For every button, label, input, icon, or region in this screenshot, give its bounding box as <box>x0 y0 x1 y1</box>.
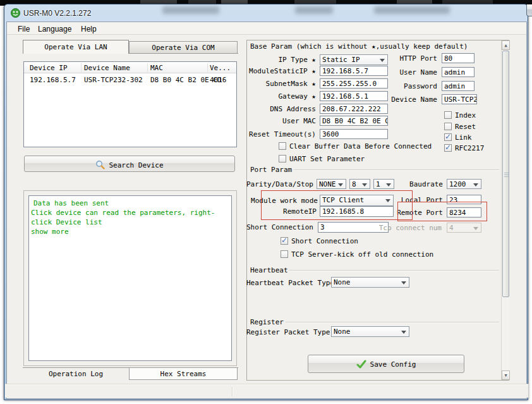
short-connection-checkbox-row[interactable]: Short Connection <box>281 237 358 245</box>
heartbeat-section-title: Heartbeat <box>250 266 288 274</box>
status-bar <box>5 384 528 398</box>
column-divider <box>207 63 208 72</box>
scrollbar-thumb[interactable] <box>502 51 509 297</box>
log-line: Click device can read the parameters, ri… <box>31 208 229 227</box>
device-list: Device IP Device Name MAC Ve... 192.168.… <box>23 61 237 147</box>
parity-select[interactable]: NONE <box>317 179 346 189</box>
column-header-version[interactable]: Ve... <box>210 64 231 72</box>
data-bits-select[interactable]: 8 <box>349 179 370 189</box>
scroll-down-arrow[interactable]: ▼ <box>502 370 510 380</box>
user-name-label: User Name <box>374 68 437 77</box>
ip-type-label: IP Type ★ <box>246 56 316 64</box>
index-checkbox-row[interactable]: Index <box>444 111 476 119</box>
checkbox-label: TCP Server-kick off old connection <box>291 250 433 259</box>
window-title: USR-M0 V2.2.1.272 <box>23 9 91 18</box>
uart-set-checkbox[interactable] <box>279 155 286 162</box>
tab-operate-via-lan[interactable]: Operate Via LAN <box>23 40 129 54</box>
selected-value: None <box>334 327 351 336</box>
cell-device-ip: 192.168.5.7 <box>30 76 76 84</box>
kick-off-checkbox[interactable] <box>281 250 288 258</box>
table-row[interactable]: 192.168.5.7 USR-TCP232-302 D8 B0 4C B2 0… <box>24 74 236 84</box>
checkbox-label: Clear Buffer Data Before Connected <box>289 142 432 150</box>
remote-port-highlight-box <box>397 202 487 221</box>
http-port-field[interactable]: 80 <box>442 53 475 63</box>
dns-address-field[interactable]: 208.67.222.222 <box>320 104 388 114</box>
save-button-label: Save Config <box>370 360 416 369</box>
settings-scrollbar[interactable]: ▲ ▼ <box>501 40 509 380</box>
tcp-connect-num-select: 4 <box>447 223 481 233</box>
dns-address-label: DNS Address <box>246 105 316 113</box>
column-divider <box>147 63 148 72</box>
minimize-button[interactable] <box>526 4 532 16</box>
checkbox-label: UART Set Parameter <box>289 155 365 163</box>
password-field[interactable]: admin <box>442 81 475 91</box>
base-param-section-title: Base Param (which is without ★,usually k… <box>250 42 468 51</box>
tab-operate-via-com[interactable]: Operate Via COM <box>129 41 238 53</box>
log-line: Data has been sent <box>31 199 229 208</box>
scrollbar-grip <box>504 173 509 177</box>
reset-timeout-label: Reset Timeout(s) <box>246 130 316 138</box>
clear-buffer-checkbox-row[interactable]: Clear Buffer Data Before Connected <box>279 142 432 150</box>
device-name-field[interactable]: USR-TCP23 <box>442 94 477 104</box>
heartbeat-packet-type-label: Heartbeat Packet Type <box>246 279 328 287</box>
link-checkbox[interactable] <box>444 133 452 141</box>
uart-set-checkbox-row[interactable]: UART Set Parameter <box>279 155 365 163</box>
selected-value: Static IP <box>322 56 360 64</box>
tcp-connect-num-label: Tcp connect num <box>376 224 442 232</box>
register-packet-type-select[interactable]: None <box>331 326 409 337</box>
save-config-button[interactable]: Save Config <box>308 355 464 373</box>
tab-label: Hex Streams <box>160 370 207 378</box>
checkbox-label: Index <box>455 111 476 119</box>
device-list-header: Device IP Device Name MAC Ve... <box>24 62 236 73</box>
kick-off-checkbox-row[interactable]: TCP Server-kick off old connection <box>281 250 433 259</box>
user-name-field[interactable]: admin <box>442 67 475 77</box>
heartbeat-packet-type-select[interactable]: None <box>331 277 409 288</box>
tab-label: Operate Via LAN <box>44 43 107 51</box>
scroll-up-arrow[interactable]: ▲ <box>502 40 510 50</box>
reset-checkbox-row[interactable]: Reset <box>444 123 476 131</box>
tab-hex-streams[interactable]: Hex Streams <box>129 367 238 380</box>
status-bar-divider <box>232 387 233 396</box>
baudrate-select[interactable]: 1200 <box>447 179 481 189</box>
menu-language[interactable]: Language <box>35 24 75 34</box>
user-mac-field[interactable]: D8 B0 4C B2 0E CD <box>320 116 388 126</box>
column-header-device-ip[interactable]: Device IP <box>30 64 68 72</box>
reset-timeout-field[interactable]: 3600 <box>320 129 388 139</box>
search-device-button[interactable]: Search Device <box>24 156 235 172</box>
baudrate-label: Baudrate <box>377 180 443 188</box>
reset-checkbox[interactable] <box>444 123 452 130</box>
register-section-title: Register <box>250 318 284 326</box>
password-label: Password <box>374 82 437 90</box>
index-checkbox[interactable] <box>444 111 452 119</box>
operation-log-area[interactable]: Data has been sent Click device can read… <box>28 195 232 361</box>
column-header-device-name[interactable]: Device Name <box>84 64 130 72</box>
log-line: show more <box>31 227 229 236</box>
cell-version: 4016 <box>210 76 227 84</box>
tab-operation-log[interactable]: Operation Log <box>23 367 129 380</box>
short-connection-checkbox[interactable] <box>281 237 288 245</box>
checkbox-label: RFC2217 <box>455 144 484 152</box>
checkbox-label: Short Connection <box>291 237 358 245</box>
selected-value: 1200 <box>449 180 466 188</box>
rfc2217-checkbox-row[interactable]: RFC2217 <box>444 144 484 152</box>
device-name-label: Device Name <box>374 95 437 104</box>
parity-data-stop-label: Parity/Data/Stop <box>246 180 312 188</box>
clear-buffer-checkbox[interactable] <box>279 142 286 150</box>
column-header-mac[interactable]: MAC <box>150 64 163 72</box>
menu-file[interactable]: File <box>15 24 33 34</box>
section-divider <box>289 270 499 271</box>
tab-label: Operate Via COM <box>152 44 214 52</box>
search-button-label: Search Device <box>109 161 163 169</box>
search-icon <box>95 160 105 169</box>
rfc2217-checkbox[interactable] <box>444 144 452 152</box>
module-static-ip-label: ModuleStaticIP ★ <box>246 67 316 75</box>
short-connection-time-label: Short Connection time <box>246 223 317 231</box>
selected-value: 4 <box>449 224 454 232</box>
column-divider <box>81 63 82 72</box>
link-checkbox-row[interactable]: Link <box>444 133 472 142</box>
titlebar[interactable]: USR-M0 V2.2.1.272 ✕ <box>4 4 528 21</box>
user-mac-label: User MAC <box>246 117 316 125</box>
menu-help[interactable]: Help <box>78 24 100 34</box>
section-divider <box>286 322 499 322</box>
subnet-mask-label: SubnetMask ★ <box>246 80 316 88</box>
